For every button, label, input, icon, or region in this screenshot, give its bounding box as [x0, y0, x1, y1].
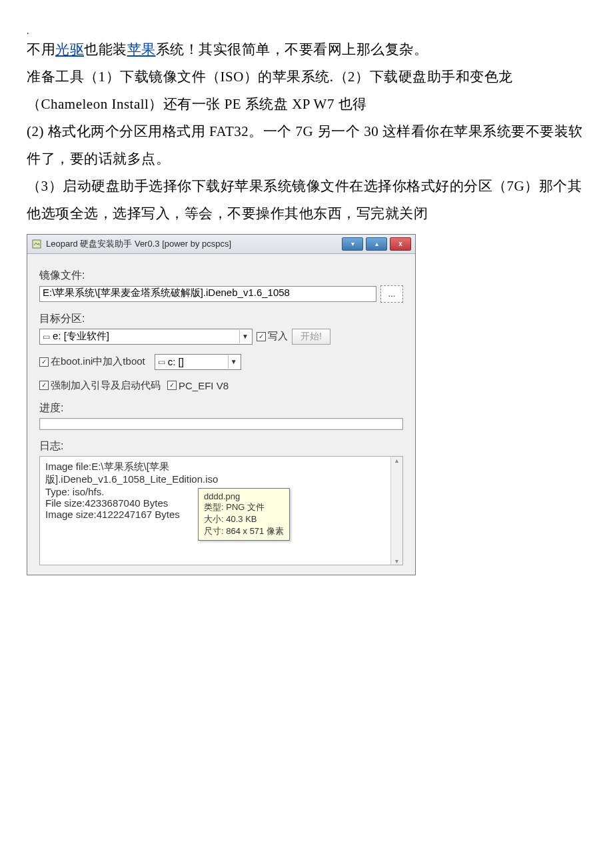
app-window: Leopard 硬盘安装助手 Ver0.3 [power by pcspcs] … [27, 234, 416, 575]
target-partition-label: 目标分区: [39, 312, 403, 326]
log-label: 日志: [39, 439, 403, 453]
start-button[interactable]: 开始! [292, 329, 330, 345]
paragraph-2: 准备工具（1）下载镜像文件（ISO）的苹果系统.（2）下载硬盘助手和变色龙（Ch… [27, 63, 586, 118]
tooltip-filename: dddd.png [204, 491, 284, 501]
pc-efi-checkbox[interactable]: ✓PC_EFI V8 [167, 380, 229, 391]
app-icon [31, 239, 42, 249]
log-line: Image file:E:\苹果系统\[苹果 [45, 461, 397, 473]
tooltip-size: 大小: 40.3 KB [204, 513, 284, 525]
window-title: Leopard 硬盘安装助手 Ver0.3 [power by pcspcs] [46, 238, 342, 250]
image-file-label: 镜像文件: [39, 269, 403, 283]
progress-bar [39, 418, 403, 430]
progress-label: 进度: [39, 401, 403, 415]
bootini-checkbox[interactable]: ✓在boot.ini中加入tboot [39, 355, 145, 368]
boot-drive-combo[interactable]: ▭ c: [] ▼ [155, 354, 241, 370]
browse-button[interactable]: ... [380, 285, 403, 303]
file-tooltip: dddd.png 类型: PNG 文件 大小: 40.3 KB 尺寸: 864 … [198, 488, 290, 541]
disk-icon: ▭ [158, 357, 165, 367]
link-apple[interactable]: 苹果 [127, 41, 156, 57]
chevron-down-icon: ▼ [228, 355, 239, 369]
image-file-input[interactable]: E:\苹果系统\[苹果麦金塔系统破解版].iDeneb_v1.6_1058 [39, 286, 376, 302]
log-line: 版].iDeneb_v1.6_1058_Lite_Edition.iso [45, 473, 397, 486]
title-bar[interactable]: Leopard 硬盘安装助手 Ver0.3 [power by pcspcs] … [27, 235, 415, 254]
maximize-button[interactable]: ▴ [366, 237, 387, 251]
force-boot-checkbox[interactable]: ✓强制加入引导及启动代码 [39, 379, 161, 392]
chevron-down-icon: ▼ [239, 330, 251, 343]
scrollbar[interactable]: ▴▾ [390, 457, 402, 565]
target-partition-combo[interactable]: ▭ e: [专业软件] ▼ [39, 329, 253, 345]
paragraph-1: 不用光驱也能装苹果系统！其实很简单，不要看网上那么复杂。 [27, 36, 586, 63]
paragraph-4: （3）启动硬盘助手选择你下载好苹果系统镜像文件在选择你格式好的分区（7G）那个其… [27, 173, 586, 227]
leading-dot: . [27, 27, 586, 36]
tooltip-dimensions: 尺寸: 864 x 571 像素 [204, 525, 284, 537]
write-checkbox[interactable]: ✓写入 [257, 330, 288, 343]
minimize-button[interactable]: ▾ [342, 237, 363, 251]
close-button[interactable]: x [390, 237, 411, 251]
paragraph-3: (2) 格式化两个分区用格式用 FAT32。一个 7G 另一个 30 这样看你在… [27, 118, 586, 173]
disk-icon: ▭ [43, 332, 50, 341]
tooltip-type: 类型: PNG 文件 [204, 501, 284, 513]
article-body: . 不用光驱也能装苹果系统！其实很简单，不要看网上那么复杂。 准备工具（1）下载… [27, 27, 586, 227]
link-optical-drive[interactable]: 光驱 [55, 41, 84, 57]
